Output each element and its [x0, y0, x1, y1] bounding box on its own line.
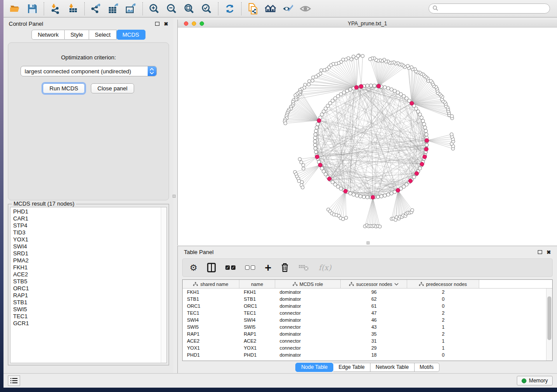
table-cell: STB1	[239, 296, 275, 302]
search-icon	[432, 5, 438, 13]
close-panel-button[interactable]: Close panel	[91, 83, 134, 93]
tab-network[interactable]: Network	[31, 30, 65, 40]
export-table-icon[interactable]	[108, 3, 119, 14]
mcds-result-item[interactable]: SWI5	[13, 306, 166, 313]
split-divider-handle-vertical[interactable]	[173, 195, 176, 198]
tab-mcds[interactable]: MCDS	[117, 30, 145, 40]
export-network-icon[interactable]	[90, 3, 102, 14]
mcds-result-item[interactable]: GCR1	[13, 320, 166, 327]
interaction-type-icon	[293, 282, 298, 286]
table-settings-gear-icon[interactable]: ⚙	[190, 262, 197, 273]
save-icon[interactable]	[27, 3, 38, 14]
table-row[interactable]: ACE2ACE2connector311	[183, 337, 552, 344]
table-row[interactable]: SWI4SWI4dominator462	[183, 316, 552, 323]
mcds-list-scrollbar[interactable]	[161, 207, 166, 363]
mcds-result-item[interactable]: CAR1	[13, 215, 166, 222]
table-cell: 43	[341, 324, 407, 330]
table-row[interactable]: ORC1ORC1dominator610	[183, 303, 552, 309]
table-cell: SWI5	[183, 324, 239, 330]
mcds-result-item[interactable]: STB5	[13, 278, 166, 285]
mcds-result-item[interactable]: TID3	[13, 229, 166, 236]
tab-select[interactable]: Select	[89, 30, 117, 40]
close-panel-icon[interactable]: ✖	[164, 22, 168, 26]
column-header-name[interactable]: name	[239, 280, 275, 288]
table-row[interactable]: STB1STB1dominator620	[183, 296, 552, 303]
zoom-in-icon[interactable]	[149, 3, 160, 14]
task-list-icon[interactable]	[8, 375, 20, 386]
add-column-icon[interactable]: +	[265, 262, 271, 273]
zoom-fit-icon[interactable]	[183, 3, 195, 14]
mcds-result-item[interactable]: FKH1	[13, 264, 166, 271]
table-scrollbar[interactable]	[546, 289, 552, 361]
table-cell: ACE2	[239, 338, 275, 344]
refresh-icon[interactable]	[224, 3, 235, 14]
mcds-result-item[interactable]: RAP1	[13, 292, 166, 299]
column-header-successor-nodes[interactable]: successor nodes	[341, 280, 407, 288]
search-box[interactable]	[429, 3, 550, 14]
optimization-criterion-select[interactable]: largest connected component (undirected)	[21, 66, 157, 76]
export-image-icon[interactable]	[125, 3, 137, 14]
delete-column-icon[interactable]	[281, 262, 289, 273]
table-row[interactable]: TEC1TEC1connector472	[183, 309, 552, 316]
mcds-result-item[interactable]: TEC1	[13, 313, 166, 320]
mcds-result-item[interactable]: YOX1	[13, 236, 166, 243]
table-cell: 18	[341, 352, 407, 358]
table-cell: YOX1	[183, 345, 239, 351]
table-cell: SWI5	[239, 324, 275, 330]
table-cell: connector	[275, 324, 341, 330]
table-cell: connector	[275, 345, 341, 351]
node-table[interactable]: shared namenameMCDS rolesuccessor nodesp…	[182, 279, 553, 361]
close-table-panel-icon[interactable]: ✖	[547, 250, 551, 254]
table-row[interactable]: SWI5SWI5connector431	[183, 323, 552, 330]
interaction-type-icon	[349, 282, 354, 286]
table-tab-network-table[interactable]: Network Table	[370, 363, 415, 372]
table-row[interactable]: FKH1FKH1dominator962	[183, 289, 552, 296]
mcds-result-list[interactable]: PHD1CAR1STP4TID3YOX1SWI4SRD1PMA2FKH1ACE2…	[10, 207, 167, 363]
eye-icon[interactable]	[300, 3, 311, 14]
table-row[interactable]: YOX1YOX1connector291	[183, 344, 552, 351]
mcds-result-item[interactable]: ORC1	[13, 285, 166, 292]
tab-style[interactable]: Style	[65, 30, 89, 40]
mcds-result-item[interactable]: ACE2	[13, 271, 166, 278]
mcds-result-item[interactable]: PMA2	[13, 257, 166, 264]
mcds-result-item[interactable]: SRD1	[13, 250, 166, 257]
float-table-panel-icon[interactable]	[538, 250, 542, 254]
deselect-all-icon[interactable]	[245, 262, 255, 273]
show-columns-icon[interactable]	[207, 262, 216, 273]
mcds-result-item[interactable]: PHD1	[13, 208, 166, 215]
table-cell: 2	[407, 317, 479, 323]
column-header-MCDS-role[interactable]: MCDS role	[275, 280, 341, 288]
table-cell: 61	[341, 303, 407, 309]
table-row[interactable]: RAP1RAP1dominator352	[183, 330, 552, 337]
network-titlebar[interactable]: YPA_prune.txt_1	[178, 20, 557, 28]
table-tab-motifs[interactable]: Motifs	[415, 363, 439, 372]
network-canvas-svg	[178, 28, 557, 245]
table-cell: STB1	[183, 296, 239, 302]
column-header-predecessor-nodes[interactable]: predecessor nodes	[407, 280, 479, 288]
import-table-icon[interactable]	[67, 3, 79, 14]
import-network-icon[interactable]	[50, 3, 61, 14]
hide-show-icon[interactable]	[282, 3, 294, 14]
run-mcds-button[interactable]: Run MCDS	[43, 83, 85, 93]
network-window: YPA_prune.txt_1	[177, 20, 557, 245]
zoom-out-icon[interactable]	[166, 3, 177, 14]
table-tab-node-table[interactable]: Node Table	[295, 363, 333, 372]
network-canvas[interactable]	[178, 28, 557, 245]
table-tab-edge-table[interactable]: Edge Table	[333, 363, 370, 372]
table-scrollbar-thumb[interactable]	[547, 296, 551, 340]
mcds-result-item[interactable]: SWI4	[13, 243, 166, 250]
mcds-result-item[interactable]: STB1	[13, 299, 166, 306]
split-divider-handle-horizontal[interactable]	[367, 241, 370, 244]
table-cell: RAP1	[239, 331, 275, 337]
table-row[interactable]: PHD1PHD1dominator180	[183, 351, 552, 358]
float-panel-icon[interactable]	[155, 22, 159, 26]
open-file-icon[interactable]	[9, 3, 21, 14]
zoom-selected-icon[interactable]	[201, 3, 212, 14]
memory-button[interactable]: Memory	[517, 376, 553, 385]
search-input[interactable]	[440, 6, 546, 12]
houses-icon[interactable]	[265, 3, 276, 14]
select-all-icon[interactable]: ✓✓	[225, 262, 235, 273]
mcds-result-item[interactable]: STP4	[13, 222, 166, 229]
column-header-shared-name[interactable]: shared name	[183, 280, 239, 288]
clone-network-icon[interactable]	[247, 3, 259, 14]
